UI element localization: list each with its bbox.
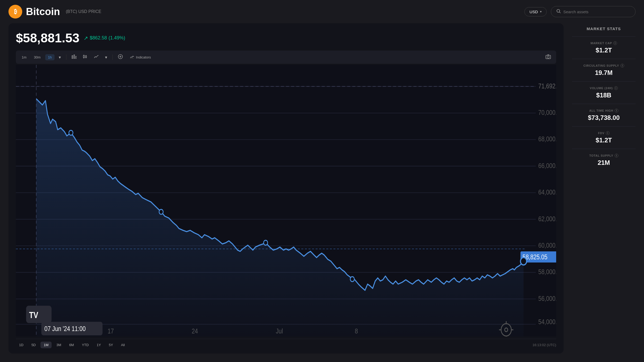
stat-market-cap: MARKET CAP ℹ $1.2T — [572, 36, 636, 59]
search-bar — [551, 6, 636, 17]
search-icon — [556, 9, 561, 14]
change-percent: (1.49%) — [108, 35, 125, 41]
chart-container[interactable]: 71,692.51 70,000.00 68,000.00 66,000.00 … — [16, 65, 556, 337]
stat-label-fdv: FDV ℹ — [574, 131, 633, 135]
candlestick-icon[interactable] — [81, 53, 90, 61]
stat-label-total-supply: TOTAL SUPPLY ℹ — [574, 154, 633, 157]
asset-name: Bitcoin — [26, 6, 60, 17]
svg-text:TV: TV — [29, 310, 38, 320]
up-arrow-icon: ↗ — [84, 35, 88, 41]
svg-point-52 — [520, 257, 527, 265]
info-icon-market-cap[interactable]: ℹ — [613, 41, 617, 45]
chart-section: $58,881.53 ↗ $862.58 (1.49%) 1m 30m 1h ▾ — [8, 23, 564, 354]
price-header: $58,881.53 ↗ $862.58 (1.49%) — [16, 31, 556, 45]
info-icon-circulating[interactable]: ℹ — [620, 64, 624, 67]
svg-point-50 — [264, 240, 267, 245]
logo-area: ₿ Bitcoin (BTC) USD PRICE — [8, 5, 519, 19]
timeframe-dropdown-icon[interactable]: ▾ — [57, 54, 63, 61]
header-controls: USD ▾ — [524, 6, 636, 17]
svg-text:64,000.00: 64,000.00 — [538, 188, 556, 196]
add-indicator-icon[interactable] — [116, 53, 125, 61]
stat-label-ath: ALL TIME HIGH ℹ — [574, 109, 633, 112]
info-icon-fdv[interactable]: ℹ — [606, 131, 610, 135]
currency-label: USD — [529, 10, 538, 14]
period-5y[interactable]: 5Y — [106, 342, 116, 348]
stat-label-volume: VOLUME (24H) ℹ — [574, 86, 633, 90]
svg-point-48 — [69, 130, 73, 135]
svg-point-49 — [159, 209, 163, 214]
timeframe-1h[interactable]: 1h — [45, 54, 54, 60]
svg-rect-5 — [83, 55, 84, 58]
svg-line-1 — [559, 12, 560, 13]
stat-label-circulating: CIRCULATING SUPPLY ℹ — [574, 64, 633, 67]
change-amount: $862.58 — [90, 35, 107, 41]
svg-text:58,000.00: 58,000.00 — [538, 268, 556, 275]
stat-total-supply: TOTAL SUPPLY ℹ 21M — [572, 149, 636, 171]
svg-rect-14 — [130, 58, 134, 59]
market-stats-title: MARKET STATS — [572, 23, 636, 36]
svg-text:62,000.00: 62,000.00 — [538, 215, 556, 223]
stat-volume: VOLUME (24H) ℹ $18B — [572, 81, 636, 104]
toolbar-sep-1 — [66, 55, 66, 60]
time-periods: 1D 5D 1M 3M 6M YTD 1Y 5Y All — [16, 342, 128, 348]
chart-bottom-bar: 1D 5D 1M 3M 6M YTD 1Y 5Y All 16:13:02 (U… — [16, 339, 556, 348]
stat-value-market-cap: $1.2T — [574, 47, 633, 54]
bar-chart-icon[interactable] — [70, 53, 79, 61]
info-icon-total-supply[interactable]: ℹ — [615, 154, 618, 157]
period-3m[interactable]: 3M — [53, 342, 64, 348]
stat-value-circulating: 19.7M — [574, 69, 633, 76]
period-5d[interactable]: 5D — [28, 342, 39, 348]
timeframe-30m[interactable]: 30m — [31, 54, 43, 60]
currency-selector[interactable]: USD ▾ — [524, 7, 547, 16]
bitcoin-logo: ₿ — [8, 5, 22, 19]
market-stats: MARKET STATS MARKET CAP ℹ $1.2T CIRCULAT… — [572, 23, 636, 354]
indicators-button[interactable]: Indicators — [127, 54, 154, 60]
period-1y[interactable]: 1Y — [93, 342, 104, 348]
svg-text:07 Jun '24  11:00: 07 Jun '24 11:00 — [44, 325, 86, 332]
stat-value-total-supply: 21M — [574, 159, 633, 166]
line-chart-icon[interactable] — [92, 54, 101, 61]
svg-text:70,000.00: 70,000.00 — [538, 109, 556, 116]
stat-label-market-cap: MARKET CAP ℹ — [574, 41, 633, 45]
chevron-down-icon: ▾ — [540, 10, 542, 13]
chart-timestamp: 16:13:02 (UTC) — [532, 343, 556, 347]
toolbar-sep-2 — [112, 55, 113, 60]
stat-value-ath: $73,738.00 — [574, 114, 633, 121]
svg-point-16 — [547, 56, 549, 58]
svg-rect-4 — [76, 56, 76, 59]
current-price: $58,881.53 — [16, 31, 79, 45]
svg-text:71,692.51: 71,692.51 — [538, 82, 556, 90]
info-icon-ath[interactable]: ℹ — [615, 109, 618, 112]
period-1m[interactable]: 1M — [40, 342, 52, 348]
svg-rect-3 — [74, 55, 75, 59]
period-6m[interactable]: 6M — [66, 342, 77, 348]
timeframe-1m[interactable]: 1m — [19, 54, 29, 60]
main-content: $58,881.53 ↗ $862.58 (1.49%) 1m 30m 1h ▾ — [0, 23, 644, 362]
chart-toolbar: 1m 30m 1h ▾ — [16, 51, 556, 64]
svg-text:66,000.00: 66,000.00 — [538, 162, 556, 169]
chart-type-dropdown[interactable]: ▾ — [103, 54, 109, 61]
camera-icon[interactable] — [543, 54, 553, 61]
stat-value-fdv: $1.2T — [574, 137, 633, 144]
indicators-label: Indicators — [136, 55, 151, 59]
svg-rect-2 — [72, 56, 73, 59]
stat-value-volume: $18B — [574, 92, 633, 99]
svg-text:68,000.00: 68,000.00 — [538, 135, 556, 143]
period-ytd[interactable]: YTD — [79, 342, 92, 348]
period-all[interactable]: All — [118, 342, 128, 348]
svg-point-51 — [350, 277, 354, 282]
price-change: ↗ $862.58 (1.49%) — [84, 35, 125, 41]
stat-fdv: FDV ℹ $1.2T — [572, 126, 636, 149]
svg-text:54,000.00: 54,000.00 — [538, 318, 556, 325]
search-input[interactable] — [563, 10, 630, 14]
header: ₿ Bitcoin (BTC) USD PRICE USD ▾ — [0, 0, 644, 23]
period-1d[interactable]: 1D — [16, 342, 27, 348]
toolbar-right — [543, 54, 553, 60]
info-icon-volume[interactable]: ℹ — [614, 86, 618, 90]
stat-ath: ALL TIME HIGH ℹ $73,738.00 — [572, 104, 636, 126]
svg-rect-8 — [85, 56, 87, 58]
svg-text:56,000.00: 56,000.00 — [538, 295, 556, 302]
svg-text:60,000.00: 60,000.00 — [538, 242, 556, 249]
stat-circulating-supply: CIRCULATING SUPPLY ℹ 19.7M — [572, 59, 636, 81]
asset-subtitle: (BTC) USD PRICE — [66, 9, 101, 14]
